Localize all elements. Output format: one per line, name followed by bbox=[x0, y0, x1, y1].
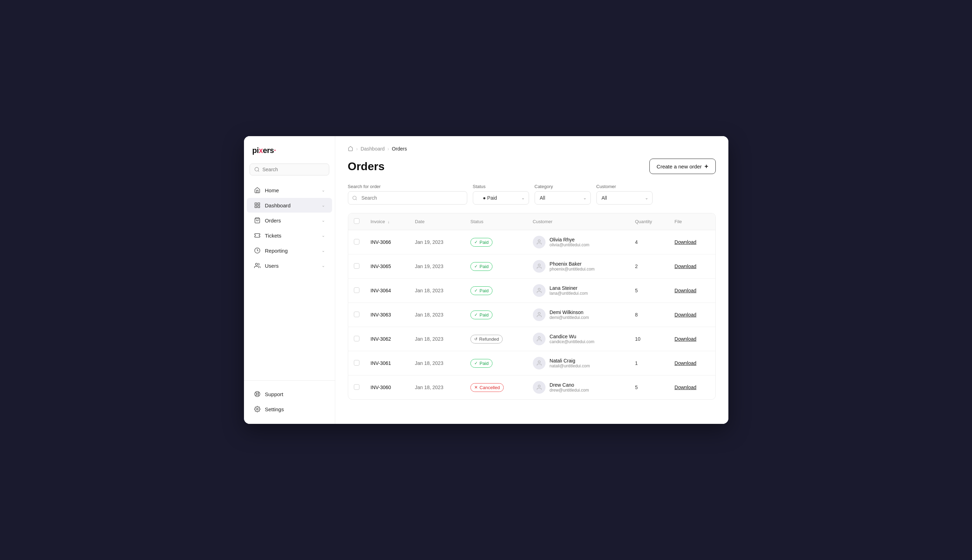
row-checkbox[interactable] bbox=[354, 336, 359, 342]
customer-info: Phoenix Baker phoenix@untitledui.com bbox=[550, 261, 595, 272]
customer-name: Drew Cano bbox=[550, 382, 589, 388]
svg-point-9 bbox=[256, 393, 258, 395]
row-checkbox-cell bbox=[348, 327, 365, 351]
table-header-row: Invoice ↓ Date Status Customer Quantity … bbox=[348, 213, 715, 230]
row-quantity: 1 bbox=[630, 351, 669, 375]
row-customer: Olivia Rhye olivia@untitledui.com bbox=[527, 230, 630, 254]
order-date: Jan 19, 2023 bbox=[415, 239, 443, 245]
status-select[interactable]: ● Paid Refunded Cancelled bbox=[473, 191, 529, 205]
row-checkbox[interactable] bbox=[354, 360, 359, 366]
status-badge: ↺Refunded bbox=[470, 335, 503, 343]
row-customer: Drew Cano drew@untitledui.com bbox=[527, 375, 630, 400]
download-link[interactable]: Download bbox=[675, 239, 696, 245]
download-link[interactable]: Download bbox=[675, 360, 696, 366]
row-checkbox[interactable] bbox=[354, 263, 359, 269]
row-customer: Phoenix Baker phoenix@untitledui.com bbox=[527, 254, 630, 278]
category-select[interactable]: All bbox=[534, 191, 591, 205]
status-select-wrapper: ● Paid Refunded Cancelled ⌄ bbox=[473, 191, 529, 205]
invoice-sort-icon[interactable]: ↓ bbox=[387, 220, 390, 224]
status-filter-label: Status bbox=[473, 184, 529, 189]
header-file: File bbox=[669, 213, 715, 230]
svg-point-19 bbox=[538, 288, 540, 290]
row-checkbox[interactable] bbox=[354, 239, 359, 245]
row-checkbox[interactable] bbox=[354, 287, 359, 293]
row-checkbox[interactable] bbox=[354, 384, 359, 390]
users-icon bbox=[254, 262, 261, 269]
row-invoice: INV-3061 bbox=[365, 351, 409, 375]
svg-line-11 bbox=[258, 395, 259, 396]
header-customer: Customer bbox=[527, 213, 630, 230]
download-link[interactable]: Download bbox=[675, 288, 696, 293]
sidebar-item-support[interactable]: Support bbox=[247, 387, 332, 402]
row-status: ✓Paid bbox=[465, 278, 527, 303]
download-link[interactable]: Download bbox=[675, 312, 696, 318]
breadcrumb-dashboard[interactable]: Dashboard bbox=[361, 146, 385, 152]
quantity-value: 5 bbox=[635, 385, 638, 390]
customer-select[interactable]: All bbox=[596, 191, 653, 205]
sidebar-item-dashboard[interactable]: Dashboard ⌄ bbox=[247, 198, 332, 213]
customer-name: Phoenix Baker bbox=[550, 261, 595, 267]
quantity-value: 1 bbox=[635, 360, 638, 366]
search-filter-group: Search for order bbox=[348, 184, 467, 205]
order-date: Jan 18, 2023 bbox=[415, 336, 443, 342]
row-file: Download bbox=[669, 303, 715, 327]
svg-line-14 bbox=[255, 395, 256, 396]
category-filter-group: Category All ⌄ bbox=[534, 184, 591, 205]
table-row: INV-3065 Jan 19, 2023 ✓Paid Phoenix Bake… bbox=[348, 254, 715, 278]
customer-name: Demi Wilkinson bbox=[550, 310, 589, 315]
download-link[interactable]: Download bbox=[675, 336, 696, 342]
row-invoice: INV-3063 bbox=[365, 303, 409, 327]
sidebar-item-tickets[interactable]: Tickets ⌄ bbox=[247, 228, 332, 243]
customer-email: lana@untitledui.com bbox=[550, 291, 588, 296]
select-all-checkbox[interactable] bbox=[354, 218, 359, 224]
svg-point-22 bbox=[538, 361, 540, 363]
svg-line-13 bbox=[258, 392, 259, 393]
download-link[interactable]: Download bbox=[675, 263, 696, 269]
row-date: Jan 18, 2023 bbox=[409, 375, 465, 400]
row-checkbox-cell bbox=[348, 230, 365, 254]
users-chevron-icon: ⌄ bbox=[322, 263, 325, 268]
sidebar-search-icon bbox=[254, 167, 260, 172]
order-search-input[interactable] bbox=[348, 191, 467, 205]
status-filter-group: Status ● Paid Refunded Cancelled ⌄ bbox=[473, 184, 529, 205]
logo-accent: · bbox=[274, 146, 276, 155]
sidebar-item-orders[interactable]: Orders ⌄ bbox=[247, 213, 332, 228]
svg-point-17 bbox=[538, 240, 540, 242]
order-date: Jan 18, 2023 bbox=[415, 288, 443, 293]
sidebar-item-tickets-label: Tickets bbox=[265, 233, 282, 238]
tickets-chevron-icon: ⌄ bbox=[322, 233, 325, 238]
sidebar-item-settings[interactable]: Settings bbox=[247, 402, 332, 417]
settings-icon bbox=[254, 406, 261, 413]
customer-info: Lana Steiner lana@untitledui.com bbox=[550, 285, 588, 296]
sidebar-item-reporting-label: Reporting bbox=[265, 248, 288, 254]
tickets-icon bbox=[254, 232, 261, 239]
support-icon bbox=[254, 390, 261, 398]
table-row: INV-3063 Jan 18, 2023 ✓Paid Demi Wilkins… bbox=[348, 303, 715, 327]
sidebar-item-reporting[interactable]: Reporting ⌄ bbox=[247, 243, 332, 258]
row-checkbox[interactable] bbox=[354, 312, 359, 317]
row-checkbox-cell bbox=[348, 351, 365, 375]
sidebar-search-input[interactable] bbox=[262, 167, 325, 172]
quantity-value: 10 bbox=[635, 336, 641, 342]
row-date: Jan 18, 2023 bbox=[409, 303, 465, 327]
customer-info: Natali Craig natali@untitledui.com bbox=[550, 358, 590, 368]
avatar bbox=[533, 333, 546, 345]
row-file: Download bbox=[669, 230, 715, 254]
breadcrumb-orders: Orders bbox=[392, 146, 407, 152]
row-customer: Demi Wilkinson demi@untitledui.com bbox=[527, 303, 630, 327]
header-date: Date bbox=[409, 213, 465, 230]
sidebar-item-home[interactable]: Home ⌄ bbox=[247, 183, 332, 198]
row-invoice: INV-3060 bbox=[365, 375, 409, 400]
row-quantity: 2 bbox=[630, 254, 669, 278]
orders-chevron-icon: ⌄ bbox=[322, 218, 325, 223]
create-order-button[interactable]: Create a new order + bbox=[650, 158, 716, 174]
avatar bbox=[533, 381, 546, 394]
sidebar-search-wrapper[interactable] bbox=[250, 163, 329, 175]
sidebar-item-users[interactable]: Users ⌄ bbox=[247, 258, 332, 273]
filters-row: Search for order Status ● Paid Refunded … bbox=[348, 184, 716, 205]
breadcrumb-home-icon[interactable] bbox=[348, 146, 354, 152]
svg-point-15 bbox=[256, 408, 258, 410]
row-file: Download bbox=[669, 351, 715, 375]
download-link[interactable]: Download bbox=[675, 385, 696, 390]
orders-icon bbox=[254, 217, 261, 224]
